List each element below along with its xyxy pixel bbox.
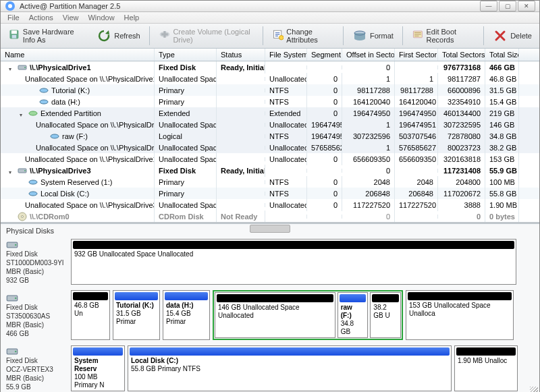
menu-window[interactable]: Window	[84, 12, 118, 23]
column-header[interactable]: File System	[265, 49, 307, 61]
table-row[interactable]: Tutorial (K:)PrimaryNTFS0981172889811728…	[1, 84, 539, 96]
table-row[interactable]: data (H:)PrimaryNTFS01641200401641200403…	[1, 96, 539, 107]
row-name: raw (F:)	[62, 132, 88, 140]
partition-bar	[217, 294, 333, 302]
extended-partition[interactable]: 146 GB Unallocated Space Unallocatedraw …	[213, 290, 403, 340]
grid-scrollbar[interactable]	[1, 223, 539, 223]
partition-slot[interactable]: 932 GB Unallocated Space Unallocated	[71, 239, 516, 285]
toolbar-boot-button[interactable]: Edit Boot Records	[407, 25, 480, 47]
column-header[interactable]: Total Sectors	[438, 49, 485, 61]
column-header[interactable]: Type	[155, 49, 217, 61]
column-header[interactable]: Segment	[307, 49, 342, 61]
svg-point-14	[24, 67, 26, 68]
partition-bar	[408, 292, 512, 300]
partition-grid[interactable]: NameTypeStatusFile SystemSegmentOffset i…	[1, 49, 539, 223]
column-header[interactable]: Total Size	[485, 49, 519, 61]
table-row[interactable]: \\.\PhysicalDrive3Fixed DiskReady, Initi…	[1, 165, 539, 176]
table-row[interactable]: Extended PartitionExtendedExtended019647…	[1, 107, 539, 119]
partition-bar	[456, 347, 516, 356]
partition-bar	[372, 294, 399, 302]
expand-icon[interactable]	[9, 167, 15, 173]
partition-bar	[340, 294, 367, 302]
column-header[interactable]: First Sector	[395, 49, 438, 61]
app-title: Active@ Partition Manager 2.5	[20, 2, 480, 10]
table-row[interactable]: Unallocated Space on \\.\PhysicalDrive3U…	[1, 199, 539, 211]
drive-icon	[18, 63, 27, 72]
partition-slot[interactable]: data (H:)15.4 GB Primar	[163, 290, 210, 340]
toolbar-format-button[interactable]: Format	[348, 25, 398, 47]
row-name: System Reserved (1:)	[40, 178, 112, 186]
partition-slot[interactable]: System Reserv100 MB Primary N	[71, 345, 125, 391]
menu-actions[interactable]: Actions	[25, 12, 57, 23]
toolbar-delete-button[interactable]: Delete	[488, 25, 537, 47]
partition-bar	[73, 292, 108, 300]
partition-title: Tutorial (K:)	[116, 302, 154, 309]
disk-size: 55.9 GB	[6, 383, 67, 391]
drive-icon	[6, 345, 18, 355]
expand-icon[interactable]	[9, 64, 15, 70]
partition-slot[interactable]: 1.90 MB Unalloc	[454, 345, 518, 391]
row-name: \\.\PhysicalDrive3	[30, 167, 91, 175]
disk-row: Fixed DiskST1000DM003-9YIMBR (Basic)932 …	[1, 237, 539, 289]
svg-point-24	[24, 170, 26, 171]
refresh-icon	[97, 28, 111, 43]
grid-header[interactable]: NameTypeStatusFile SystemSegmentOffset i…	[1, 49, 539, 61]
toolbar-label: Create Volume (Logical Drive)	[173, 28, 253, 44]
minimize-button[interactable]: —	[480, 1, 497, 11]
partition-slot[interactable]: 146 GB Unallocated Space Unallocated	[215, 292, 335, 338]
close-button[interactable]: ✕	[518, 1, 535, 11]
ext-icon	[28, 109, 38, 118]
table-row[interactable]: \\.\PhysicalDrive1Fixed DiskReady, Initi…	[1, 61, 539, 73]
table-row[interactable]: Unallocated Space on \\.\PhysicalDrive1U…	[1, 119, 539, 130]
column-header[interactable]: Status	[217, 49, 265, 61]
partition-slot[interactable]: 38.2 GB U	[370, 292, 401, 338]
row-name: Unallocated Space on \\.\PhysicalDrive1	[25, 75, 155, 83]
toolbar-attr-button[interactable]: Change Attributes	[267, 25, 340, 47]
title-bar[interactable]: Active@ Partition Manager 2.5 — ▢ ✕	[1, 1, 539, 12]
row-name: Unallocated Space on \\.\PhysicalDrive1	[36, 144, 155, 152]
svg-point-26	[29, 192, 37, 196]
partition-slot[interactable]: 153 GB Unallocated Space Unalloca	[406, 290, 514, 340]
disk-name: Fixed Disk	[6, 303, 67, 312]
menu-file[interactable]: File	[3, 12, 24, 23]
resize-grip[interactable]	[530, 387, 538, 392]
row-name: Tutorial (K:)	[51, 86, 90, 94]
table-row[interactable]: \\.\CDRom0CDRom DiskNot Ready000 bytes	[1, 211, 539, 222]
save-icon	[8, 28, 20, 43]
partition-slot[interactable]: 46.8 GB Un	[71, 290, 110, 340]
disk-info: Fixed DiskST1000DM003-9YIMBR (Basic)932 …	[6, 239, 67, 285]
table-row[interactable]: Unallocated Space on \\.\PhysicalDrive1U…	[1, 73, 539, 84]
partition-label: 46.8 GB Un	[74, 302, 99, 317]
partition-title: data (H:)	[166, 302, 194, 309]
partition-label: 38.2 GB U	[373, 304, 389, 319]
disk-info: Fixed DiskST3500630ASMBR (Basic)466 GB	[6, 290, 67, 340]
table-row[interactable]: Unallocated Space on \\.\PhysicalDrive1U…	[1, 142, 539, 153]
drive-icon	[6, 292, 18, 302]
toolbar-save-button[interactable]: Save Hardware Info As	[3, 25, 89, 47]
scrollbar-thumb[interactable]	[250, 225, 290, 233]
partition-bar	[115, 292, 158, 300]
column-header[interactable]: Offset in Sectors	[342, 49, 395, 61]
partition-slot[interactable]: Tutorial (K:)31.5 GB Primar	[113, 290, 160, 340]
toolbar-label: Save Hardware Info As	[23, 28, 84, 44]
table-row[interactable]: System Reserved (1:)PrimaryNTFS020482048…	[1, 176, 539, 188]
app-window: Active@ Partition Manager 2.5 — ▢ ✕ File…	[0, 0, 540, 392]
svg-point-1	[8, 4, 12, 8]
table-row[interactable]: raw (F:)LogicalNTFS196474950307232596503…	[1, 130, 539, 142]
toolbar-refresh-button[interactable]: Refresh	[92, 25, 145, 47]
menu-help[interactable]: Help	[120, 12, 144, 23]
table-row[interactable]: Local Disk (C:)PrimaryNTFS02068482068481…	[1, 188, 539, 199]
expand-icon[interactable]	[20, 110, 26, 116]
maximize-button[interactable]: ▢	[499, 1, 516, 11]
partition-label: 34.8 GB	[341, 320, 354, 335]
menu-view[interactable]: View	[59, 12, 83, 23]
partition-slot[interactable]: raw (F:)34.8 GB	[338, 292, 369, 338]
toolbar-create-button: Create Volume (Logical Drive)	[154, 25, 259, 47]
svg-rect-3	[11, 30, 17, 34]
vol-icon	[28, 189, 38, 198]
column-header[interactable]: Name	[1, 49, 155, 61]
attr-icon	[272, 28, 284, 43]
partition-slot[interactable]: Local Disk (C:)55.8 GB Primary NTFS	[128, 345, 452, 391]
partition-bar	[130, 347, 450, 356]
table-row[interactable]: Unallocated Space on \\.\PhysicalDrive1U…	[1, 153, 539, 165]
